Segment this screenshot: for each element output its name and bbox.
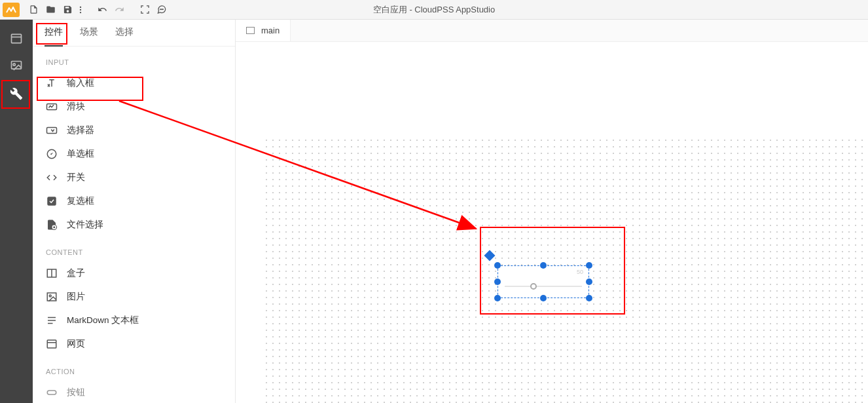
undo-button[interactable] [94, 1, 111, 18]
svg-point-5 [162, 9, 163, 10]
widget-label: 单选框 [67, 148, 94, 160]
scene-icon [246, 27, 255, 34]
svg-point-19 [49, 295, 51, 297]
image-widget-icon [46, 291, 58, 303]
widget-item-webpage[interactable]: 网页 [33, 332, 235, 356]
svg-point-9 [13, 64, 15, 66]
checkbox-icon [46, 195, 58, 207]
slider-widget-icon [46, 101, 58, 113]
svg-point-0 [80, 6, 81, 7]
canvas-tabs: main [236, 20, 868, 42]
widget-item-input-box[interactable]: 输入框 [33, 71, 235, 95]
resize-handle-nw[interactable] [494, 262, 501, 269]
file-select-icon [46, 219, 58, 231]
widget-item-switch[interactable]: 开关 [33, 166, 235, 189]
open-folder-button[interactable] [42, 1, 59, 18]
widget-label: 按钮 [67, 387, 85, 398]
slider-track [505, 286, 582, 287]
redo-button[interactable] [111, 1, 128, 18]
fullscreen-button[interactable] [136, 1, 153, 18]
tab-scene[interactable]: 场景 [80, 26, 98, 46]
widget-label: MarkDown 文本框 [67, 315, 139, 326]
svg-point-2 [80, 11, 81, 12]
switch-icon [46, 172, 58, 183]
new-file-button[interactable] [25, 1, 42, 18]
svg-rect-13 [47, 197, 56, 206]
widget-item-button[interactable]: 按钮 [33, 381, 235, 403]
widget-item-box[interactable]: 盒子 [33, 261, 235, 285]
left-icon-rail [0, 20, 33, 403]
resize-handle-n[interactable] [540, 262, 547, 269]
window-title: 空白应用 - CloudPSS AppStudio [373, 4, 495, 16]
app-logo [3, 3, 20, 17]
widget-label: 图片 [67, 291, 85, 303]
canvas-tab-main[interactable]: main [236, 20, 291, 41]
widget-item-image[interactable]: 图片 [33, 285, 235, 309]
slider-thumb[interactable] [530, 283, 537, 290]
widget-item-markdown[interactable]: MarkDown 文本框 [33, 309, 235, 332]
svg-rect-25 [47, 391, 56, 394]
canvas-body[interactable]: 50 [236, 42, 868, 403]
toolbar-separator [132, 5, 132, 15]
save-more-button[interactable] [76, 1, 85, 18]
selector-icon [46, 125, 58, 136]
widget-item-selector[interactable]: 选择器 [33, 119, 235, 142]
widget-label: 选择器 [67, 125, 94, 136]
toolbar-separator [89, 5, 90, 15]
svg-point-4 [162, 9, 162, 10]
svg-point-15 [53, 226, 55, 228]
widget-item-slider[interactable]: 滑块 [33, 95, 235, 119]
resize-handle-sw[interactable] [494, 295, 501, 301]
panel-scroll[interactable]: INPUT 输入框 滑块 选择器 单选框 开关 [33, 47, 235, 403]
svg-rect-6 [12, 34, 22, 43]
top-toolbar: 空白应用 - CloudPSS AppStudio [0, 0, 868, 20]
webpage-icon [46, 338, 58, 350]
comment-button[interactable] [153, 1, 170, 18]
rail-page-button[interactable] [4, 26, 29, 51]
button-widget-icon [46, 387, 58, 398]
side-panel: 控件 场景 选择 INPUT 输入框 滑块 选择器 单选框 [33, 20, 236, 403]
widget-value-placeholder: 50 [577, 269, 583, 275]
canvas-area: main 50 [236, 20, 868, 403]
radio-icon [46, 148, 58, 160]
selection-frame: 50 [497, 265, 589, 298]
widget-label: 输入框 [67, 77, 94, 89]
widget-label: 滑块 [67, 101, 85, 113]
box-widget-icon [46, 267, 58, 279]
group-header-content: CONTENT [33, 237, 235, 261]
markdown-icon [46, 315, 58, 326]
rail-tools-button[interactable] [4, 81, 29, 106]
tab-select[interactable]: 选择 [115, 26, 134, 46]
widget-item-file-select[interactable]: 文件选择 [33, 213, 235, 237]
widget-item-radio[interactable]: 单选框 [33, 142, 235, 166]
svg-rect-23 [47, 340, 56, 348]
canvas-tab-label: main [261, 26, 280, 35]
resize-handle-ne[interactable] [586, 262, 592, 269]
tab-widgets[interactable]: 控件 [45, 26, 63, 46]
resize-handle-se[interactable] [586, 295, 592, 301]
svg-point-1 [80, 9, 81, 10]
group-header-action: ACTION [33, 356, 235, 381]
text-input-icon [46, 77, 58, 89]
widget-label: 文件选择 [67, 219, 103, 231]
svg-point-3 [160, 9, 161, 10]
group-header-input: INPUT [33, 47, 235, 71]
resize-handle-w[interactable] [494, 278, 501, 285]
widget-label: 盒子 [67, 267, 85, 279]
widget-label: 开关 [67, 172, 85, 183]
widget-label: 复选框 [67, 195, 94, 207]
resize-handle-e[interactable] [586, 278, 592, 285]
rail-assets-button[interactable] [4, 54, 29, 79]
widget-label: 网页 [67, 338, 85, 350]
widget-item-checkbox[interactable]: 复选框 [33, 189, 235, 213]
svg-rect-18 [47, 293, 56, 301]
save-button[interactable] [59, 1, 76, 18]
panel-tabs: 控件 场景 选择 [33, 20, 235, 47]
resize-handle-s[interactable] [540, 295, 547, 301]
